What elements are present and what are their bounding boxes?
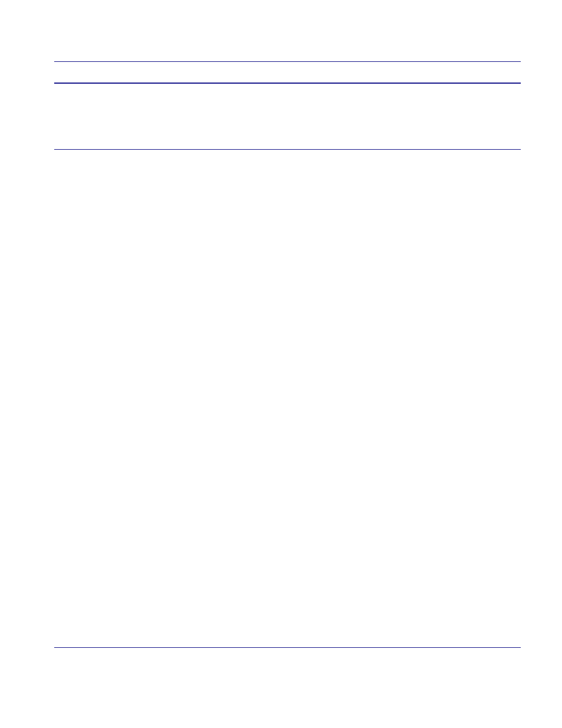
- document-page: [54, 0, 521, 728]
- horizontal-rule-heading: [54, 83, 521, 84]
- horizontal-rule-subheading: [54, 149, 521, 150]
- horizontal-rule-top: [54, 61, 521, 62]
- horizontal-rule-footer: [54, 647, 521, 648]
